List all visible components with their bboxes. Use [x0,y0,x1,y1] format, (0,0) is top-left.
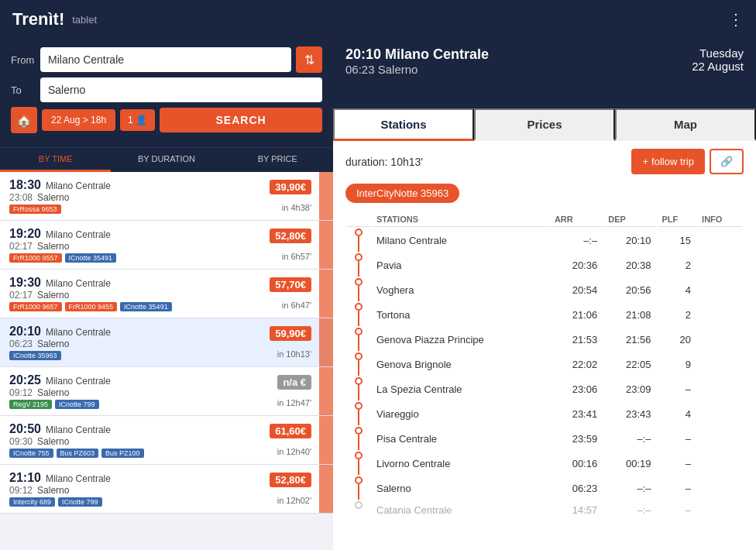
search-section: From ⇅ To 🏠 22 Aug > 18h 1 👤 SEARCH [0,39,333,147]
station-row: Voghera 20:54 20:56 4 [347,278,742,301]
app-title: Trenìt! [12,9,64,29]
pax-button[interactable]: 1 👤 [120,109,155,131]
train-duration: in 6h47' [282,301,311,310]
station-info [697,501,742,519]
station-arr: 23:41 [550,402,602,425]
date-line1: Tuesday [692,46,744,60]
station-arr: 20:54 [550,278,602,301]
search-button[interactable]: SEARCH [160,108,322,132]
train-duration: in 10h13' [277,349,311,359]
train-item[interactable]: 20:25 Milano Centrale 09:12 Salerno RegV… [0,367,333,416]
station-dot [355,427,363,435]
tab-map[interactable]: Map [615,108,756,141]
train-tag: ICnotte 755 [9,449,53,458]
station-name: Livorno Centrale [372,452,548,475]
orange-bar [319,465,333,513]
tabs-bar: StationsPricesMap [333,108,756,141]
train-tag: ICnotte 799 [58,497,102,507]
station-plf: – [658,452,696,475]
train-item[interactable]: 21:10 Milano Centrale 09:12 Salerno Inte… [0,465,333,514]
to-input[interactable] [40,77,322,102]
train-dep-city: Milano Centrale [46,229,111,240]
train-arr-city: Salerno [37,339,69,349]
station-dot [355,501,363,509]
route-from: 20:10 Milano Centrale [345,46,489,63]
tab-prices[interactable]: Prices [474,108,615,141]
station-dot [355,352,363,360]
home-button[interactable]: 🏠 [11,107,37,133]
station-dot [355,253,363,261]
train-dep-city: Milano Centrale [46,376,111,387]
train-duration: in 12h47' [277,398,311,407]
station-arr: 06:23 [550,476,602,500]
train-tag: ICnotte 35963 [9,351,61,360]
train-dep-time: 20:25 [9,373,41,387]
station-dot [355,229,363,236]
date-button[interactable]: 22 Aug > 18h [42,109,115,131]
share-button[interactable]: 🔗 [710,149,744,174]
station-name: Genova Brignole [372,352,548,376]
line-col [347,253,370,277]
station-plf: 4 [658,278,696,301]
station-dep: 20:38 [603,253,655,277]
train-tag: ICnotte 35491 [65,253,117,263]
sort-by-time[interactable]: BY TIME [0,148,111,172]
station-arr: 22:02 [550,352,602,376]
station-plf: – [658,501,696,519]
options-row: 🏠 22 Aug > 18h 1 👤 SEARCH [11,107,322,133]
station-line [358,311,359,326]
station-row: Pavia 20:36 20:38 2 [347,253,742,277]
orange-bar [319,270,333,318]
station-row: Genova Brignole 22:02 22:05 9 [347,352,742,376]
more-icon[interactable]: ⋮ [728,10,744,29]
train-item[interactable]: 19:30 Milano Centrale 02:17 Salerno FrR1… [0,270,333,318]
sort-by-duration[interactable]: BY DURATION [111,148,222,172]
train-tag: Bus PZ603 [57,449,99,458]
station-line [358,410,359,425]
station-dot [355,278,363,286]
station-info [697,253,742,277]
station-row: Pisa Centrale 23:59 –:– – [347,427,742,450]
to-label: To [11,84,36,96]
station-line [358,286,359,301]
station-dot [355,303,363,311]
station-name: Salerno [372,476,548,500]
station-name: Pisa Centrale [372,427,548,450]
sort-row: BY TIME BY DURATION BY PRICE [0,147,333,172]
train-tags: FrR1000 9557ICnotte 35491 [9,253,324,263]
line-col [347,501,370,519]
tab-stations[interactable]: Stations [333,108,474,141]
train-duration: in 6h57' [282,252,311,261]
station-plf: 20 [658,328,696,351]
date-info: Tuesday 22 August [692,46,744,73]
line-col [347,328,370,351]
station-plf: 4 [658,402,696,425]
train-item[interactable]: 20:10 Milano Centrale 06:23 Salerno ICno… [0,318,333,367]
orange-bar [319,172,333,220]
station-dep: 23:09 [603,377,655,400]
from-input[interactable] [40,47,291,72]
train-arr-row: 09:12 Salerno [9,387,324,398]
station-row: Viareggio 23:41 23:43 4 [347,402,742,425]
station-info [697,229,742,252]
follow-trip-button[interactable]: + follow trip [631,149,705,174]
train-item[interactable]: 19:20 Milano Centrale 02:17 Salerno FrR1… [0,221,333,270]
station-name: Voghera [372,278,548,301]
action-buttons: + follow trip 🔗 [631,149,744,174]
sort-by-price[interactable]: BY PRICE [222,148,333,172]
train-arr-city: Salerno [37,290,69,301]
swap-button[interactable]: ⇅ [296,46,322,73]
station-line [358,236,359,252]
line-col [347,377,370,400]
station-name: Catania Centrale [372,501,548,519]
train-price: 57,70€ [270,277,311,292]
station-dep: 21:08 [603,303,655,326]
line-col [347,303,370,326]
plus-icon: + [642,156,648,167]
train-item[interactable]: 18:30 Milano Centrale 23:08 Salerno FrRo… [0,172,333,221]
main-content: From ⇅ To 🏠 22 Aug > 18h 1 👤 SEARCH BY T… [0,39,756,550]
train-item[interactable]: 20:50 Milano Centrale 09:30 Salerno ICno… [0,416,333,465]
train-arr-time: 09:30 [9,436,33,447]
station-arr: 23:59 [550,427,602,450]
route-to: 06:23 Salerno [345,63,489,76]
